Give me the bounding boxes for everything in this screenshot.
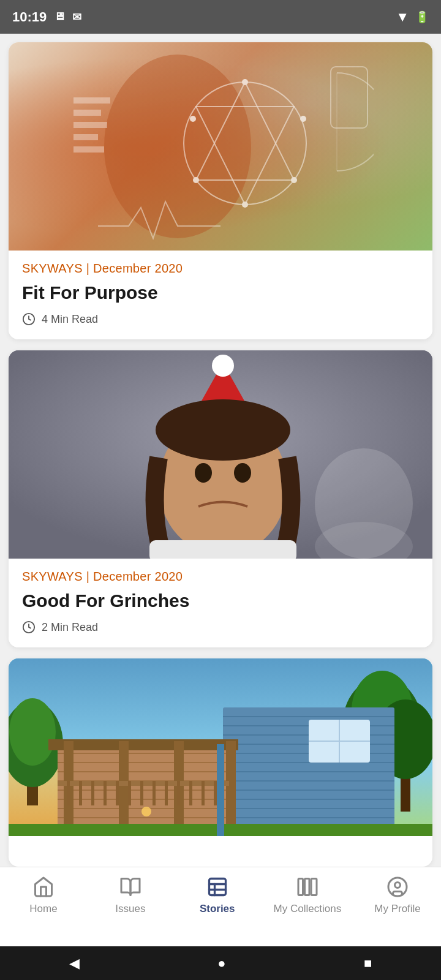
svg-rect-81 bbox=[165, 781, 168, 805]
svg-rect-11 bbox=[74, 97, 110, 104]
svg-point-9 bbox=[190, 116, 196, 122]
article-meta-1: 4 Min Read bbox=[22, 312, 419, 326]
status-bar: 10:19 🖥 ✉ ▼ 🔋 bbox=[0, 0, 441, 34]
svg-point-87 bbox=[141, 807, 151, 816]
nav-item-stories[interactable]: Stories bbox=[187, 876, 248, 915]
svg-rect-15 bbox=[74, 146, 104, 153]
status-time: 10:19 bbox=[12, 9, 47, 25]
svg-point-0 bbox=[104, 55, 251, 238]
svg-rect-89 bbox=[209, 879, 225, 895]
stories-icon bbox=[206, 876, 229, 898]
battery-icon: 🔋 bbox=[415, 10, 429, 24]
article-read-time-1: 4 Min Read bbox=[42, 313, 98, 326]
navigation-wrapper: Home Issues Stories My Col bbox=[0, 867, 441, 980]
svg-point-24 bbox=[234, 463, 251, 483]
svg-rect-76 bbox=[104, 781, 107, 805]
recents-button[interactable]: ■ bbox=[364, 956, 372, 971]
svg-rect-26 bbox=[149, 540, 296, 559]
clock-icon-1 bbox=[22, 312, 36, 326]
svg-rect-88 bbox=[217, 744, 224, 836]
profile-icon bbox=[386, 876, 409, 898]
svg-point-6 bbox=[291, 177, 297, 183]
nav-item-issues[interactable]: Issues bbox=[100, 876, 161, 915]
svg-rect-80 bbox=[153, 781, 156, 805]
article-image-1 bbox=[9, 42, 432, 251]
clock-icon-2 bbox=[22, 620, 36, 634]
article-meta-2: 2 Min Read bbox=[22, 620, 419, 634]
article-source-1: SKYWAYS | December 2020 bbox=[22, 262, 419, 276]
article-source-2: SKYWAYS | December 2020 bbox=[22, 570, 419, 584]
issues-icon bbox=[119, 876, 142, 898]
svg-point-8 bbox=[193, 177, 199, 183]
article-image-3 bbox=[9, 658, 432, 867]
svg-point-35 bbox=[9, 698, 56, 766]
svg-rect-69 bbox=[119, 741, 129, 836]
back-button[interactable]: ◀ bbox=[69, 956, 80, 971]
nav-item-profile[interactable]: My Profile bbox=[367, 876, 428, 915]
svg-rect-83 bbox=[189, 781, 192, 805]
svg-rect-71 bbox=[226, 741, 236, 836]
svg-point-23 bbox=[195, 463, 212, 483]
article-image-2 bbox=[9, 350, 432, 559]
home-button[interactable]: ● bbox=[217, 956, 225, 971]
svg-point-20 bbox=[212, 355, 234, 377]
article-title-2: Good For Grinches bbox=[22, 590, 419, 612]
nav-label-issues: Issues bbox=[115, 903, 145, 915]
article-card-1[interactable]: SKYWAYS | December 2020 Fit For Purpose … bbox=[9, 42, 432, 339]
article-card-2[interactable]: SKYWAYS | December 2020 Good For Grinche… bbox=[9, 350, 432, 647]
sim-icon: 🖥 bbox=[54, 10, 65, 23]
home-icon bbox=[32, 876, 55, 898]
svg-rect-16 bbox=[331, 67, 368, 128]
svg-rect-14 bbox=[74, 134, 98, 140]
svg-rect-73 bbox=[67, 781, 70, 805]
svg-rect-82 bbox=[177, 781, 180, 805]
bottom-nav: Home Issues Stories My Col bbox=[0, 867, 441, 946]
svg-rect-84 bbox=[202, 781, 205, 805]
nav-label-home: Home bbox=[29, 903, 57, 915]
svg-rect-13 bbox=[74, 122, 107, 128]
wifi-icon: ▼ bbox=[396, 9, 409, 25]
svg-rect-77 bbox=[116, 781, 119, 805]
svg-rect-95 bbox=[311, 879, 317, 895]
svg-point-5 bbox=[300, 116, 306, 122]
svg-rect-75 bbox=[91, 781, 94, 805]
nav-label-stories: Stories bbox=[200, 903, 235, 915]
svg-rect-93 bbox=[298, 879, 303, 895]
svg-rect-12 bbox=[74, 110, 101, 116]
article-text-1: SKYWAYS | December 2020 Fit For Purpose … bbox=[9, 251, 432, 339]
svg-rect-74 bbox=[79, 781, 82, 805]
svg-rect-94 bbox=[304, 879, 309, 895]
svg-point-97 bbox=[395, 883, 401, 888]
svg-rect-85 bbox=[214, 781, 217, 805]
collections-icon bbox=[296, 876, 319, 898]
article-text-2: SKYWAYS | December 2020 Good For Grinche… bbox=[9, 559, 432, 647]
article-read-time-2: 2 Min Read bbox=[42, 621, 98, 634]
nav-item-home[interactable]: Home bbox=[13, 876, 74, 915]
article-card-3[interactable] bbox=[9, 658, 432, 867]
nav-item-collections[interactable]: My Collections bbox=[274, 876, 342, 915]
mail-icon: ✉ bbox=[72, 10, 81, 24]
articles-list: SKYWAYS | December 2020 Fit For Purpose … bbox=[0, 34, 441, 965]
system-nav-bar: ◀ ● ■ bbox=[0, 946, 441, 980]
svg-rect-67 bbox=[48, 739, 238, 750]
svg-point-25 bbox=[156, 399, 290, 461]
nav-label-profile: My Profile bbox=[374, 903, 421, 915]
svg-point-7 bbox=[242, 202, 248, 208]
svg-point-4 bbox=[242, 79, 248, 85]
svg-rect-78 bbox=[128, 781, 131, 805]
nav-label-collections: My Collections bbox=[274, 903, 342, 915]
svg-rect-79 bbox=[140, 781, 143, 805]
article-title-1: Fit For Purpose bbox=[22, 282, 419, 304]
